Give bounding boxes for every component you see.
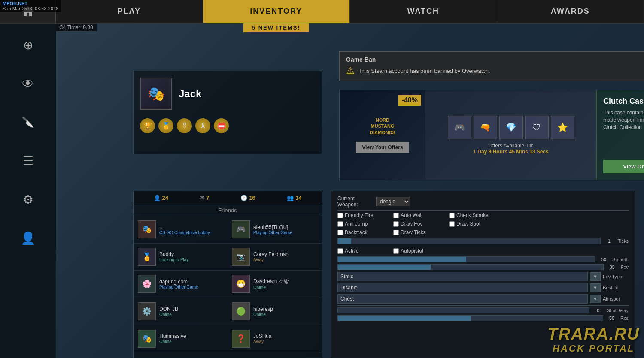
nav-awards[interactable]: AWARDS (497, 0, 644, 23)
friend-item[interactable]: 📷 Corey Feldman Away (228, 244, 322, 271)
history-icon: 🕐 (240, 195, 247, 201)
fov-slider-row: 35 Fov (337, 264, 629, 270)
friend-name: Corey Feldman (253, 251, 317, 257)
eye-icon[interactable]: 👁 (15, 71, 41, 96)
crosshair-icon[interactable]: ⊕ (15, 32, 41, 58)
friend-info: ... CS:GO Competitive Lobby - (159, 224, 223, 235)
friend-avatar: ⚙️ (138, 302, 156, 320)
friend-name: Daydream 소방 (253, 278, 317, 285)
fov-slider[interactable] (337, 264, 604, 270)
avatar-image: 🎭 (141, 78, 171, 109)
friend-avatar: 🎮 (232, 220, 250, 238)
c4-timer: C4 Timer: 0.00 (56, 24, 97, 31)
watermark: TRARA.RU HACK PORTAL (548, 325, 640, 354)
aimspot-select[interactable]: Chest Head Stomach (337, 294, 588, 304)
friend-status: Playing Other Game (159, 285, 223, 289)
besthit-row: Disable Enable ▼ BestHit (337, 283, 629, 292)
friends-icon: 👤 (154, 195, 161, 201)
besthit-label: BestHit (603, 285, 629, 290)
nav-bar: PLAY INVENTORY 5 New Items! WATCH AWARDS (0, 0, 644, 24)
draw-ticks-checkbox[interactable]: Draw Ticks (393, 229, 445, 235)
active-row: Active Autopistol (337, 248, 629, 254)
friend-avatar: 😷 (232, 275, 250, 293)
fov-label: Fov (621, 265, 629, 270)
friend-info: dapubg.com Playing Other Game (159, 279, 223, 289)
profile-icon[interactable]: 👤 (15, 225, 41, 251)
site-name: MPGH.NET (3, 1, 27, 6)
offer-right: Clutch Case This case contains 17 commun… (596, 90, 644, 180)
friend-info: Illuminasive Online (159, 333, 223, 344)
smooth-slider[interactable] (337, 256, 595, 262)
aimspot-arrow: ▼ (590, 295, 601, 303)
friend-info: Buddy Looking to Play (159, 251, 223, 262)
nav-watch[interactable]: WATCH (350, 0, 497, 23)
nav-play[interactable]: PLAY (56, 0, 203, 23)
fov-value: 35 (606, 265, 619, 270)
datetime: Sun Mar 25 00:08:43 2018 (3, 6, 58, 11)
friend-item[interactable]: 🎭 ... CS:GO Competitive Lobby - (134, 216, 228, 244)
friend-item[interactable]: 🎮 alenh55[TLOU] Playing Other Game (228, 216, 322, 244)
view-offers-button[interactable]: View Your Offers (356, 142, 409, 153)
settings-icon[interactable]: ⚙ (15, 187, 41, 212)
friend-info: JoSHua Away (253, 333, 317, 344)
ban-header: Game Ban (346, 56, 644, 63)
friend-name: JoSHua (253, 333, 317, 339)
friends-tab-groups[interactable]: 👥 14 (287, 195, 301, 201)
friend-item[interactable]: 🌸 dapubg.com Playing Other Game (134, 271, 228, 298)
friend-item[interactable]: ❓ JoSHua Away (228, 325, 322, 352)
knife-icon[interactable]: 🔪 (15, 109, 41, 135)
shotdelay-slider-row: 0 ShotDelay (337, 307, 629, 313)
friend-status: Playing Other Game (253, 230, 317, 235)
menu-icon[interactable]: ☰ (15, 148, 41, 174)
backtrack-checkbox[interactable]: Backtrack (337, 229, 389, 235)
friend-item[interactable]: 🟢 hiperesp Online (228, 298, 322, 325)
draw-fov-checkbox[interactable]: Draw Fov (393, 221, 445, 227)
friend-item[interactable]: 😷 Daydream 소방 Online (228, 271, 322, 298)
offer-item-5: ⭐ (551, 116, 574, 139)
badge-2: 🥇 (158, 118, 173, 133)
friend-name: alenh55[TLOU] (253, 224, 317, 230)
active-checkbox[interactable]: Active (337, 248, 389, 254)
rcs-label: Rcs (620, 316, 629, 321)
friend-avatar: 🎭 (138, 330, 156, 348)
friends-tab-messages[interactable]: ✉ 7 (200, 195, 209, 201)
anti-jump-checkbox[interactable]: Anti Jump (337, 221, 389, 227)
weapon-label: Current Weapon: (337, 196, 372, 208)
case-desc: This case contains 17 community made wea… (603, 109, 644, 131)
friends-tab-friends[interactable]: 👤 24 (154, 195, 168, 201)
offer-item-1: 🎮 (448, 116, 471, 139)
shotdelay-slider[interactable] (337, 307, 589, 313)
friends-tabs: 👤 24 ✉ 7 🕐 16 👥 14 (134, 191, 322, 205)
friend-info: Corey Feldman Away (253, 251, 317, 262)
sidebar: ⊕ 👁 🔪 ☰ ⚙ 👤 (0, 24, 56, 358)
draw-spot-checkbox[interactable]: Draw Spot (449, 221, 501, 227)
friend-item[interactable]: 🎭 Illuminasive Online (134, 325, 228, 352)
autopistol-checkbox[interactable]: Autopistol (393, 248, 445, 254)
auto-wall-checkbox[interactable]: Auto Wall (393, 212, 445, 218)
rcs-value: 50 (605, 316, 618, 321)
aimspot-row: Chest Head Stomach ▼ Aimspot (337, 294, 629, 304)
friends-tab-recent[interactable]: 🕐 16 (240, 195, 255, 201)
friends-header: Friends (134, 205, 322, 216)
besthit-select[interactable]: Disable Enable (337, 283, 588, 292)
nav-inventory[interactable]: INVENTORY 5 New Items! (203, 0, 350, 23)
friend-name: Buddy (159, 251, 223, 257)
ticks-value: 1 (603, 238, 616, 244)
friend-item[interactable]: 🏅 Buddy Looking to Play (134, 244, 228, 271)
groups-icon: 👥 (287, 195, 294, 201)
view-market-button[interactable]: View On Market (603, 160, 644, 173)
discount-badge: -40% (398, 95, 421, 106)
fov-type-row: Static Dynamic ▼ Fov Type (337, 272, 629, 281)
check-smoke-checkbox[interactable]: Check Smoke (449, 212, 501, 218)
ticks-slider[interactable] (337, 238, 601, 244)
offer-items: 🎮 🔫 💎 🛡 ⭐ (448, 116, 574, 139)
friendly-fire-checkbox[interactable]: Friendly Fire (337, 212, 389, 218)
weapon-select[interactable]: deagle ak47 m4a1 (376, 197, 410, 206)
friend-item[interactable]: ⚙️ DON JB Online (134, 298, 228, 325)
rcs-slider[interactable] (337, 315, 603, 321)
friends-panel: 👤 24 ✉ 7 🕐 16 👥 14 Friends 🎭 ... CS:GO C… (133, 191, 322, 358)
warning-icon: ⚠ (346, 65, 355, 76)
smooth-label: Smooth (612, 257, 629, 262)
fov-type-select[interactable]: Static Dynamic (337, 272, 588, 281)
friend-status: Away (253, 257, 317, 262)
